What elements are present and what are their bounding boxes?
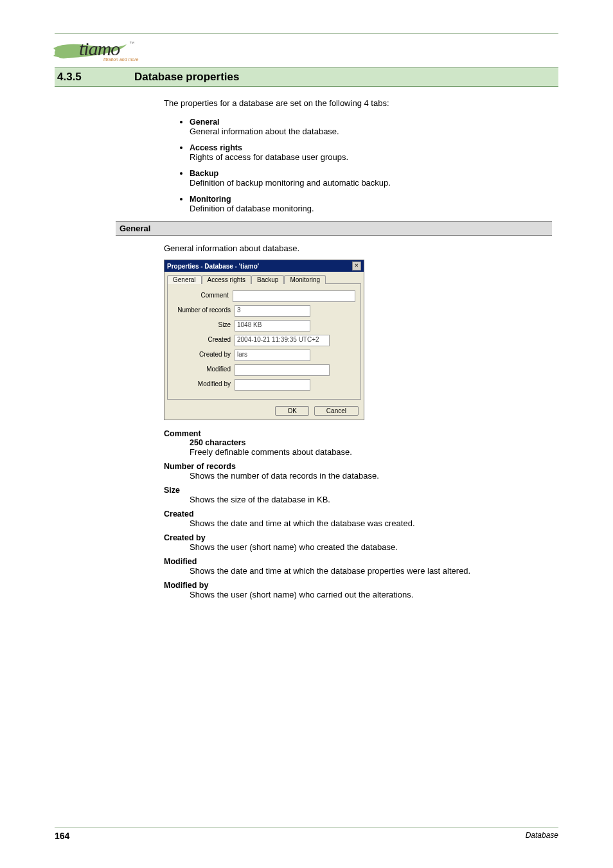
bullet-title: General [190,118,220,127]
def-body: Shows the number of data records in the … [190,471,552,481]
createdby-field: lars [235,350,310,361]
tab-overview-list: General General information about the da… [164,117,552,213]
body-column: The properties for a database are set on… [164,98,552,213]
list-item: Backup Definition of backup monitoring a… [190,168,552,188]
dialog-title-text: Properties - Database - 'tiamo' [167,263,259,270]
bullet-title: Backup [190,169,218,178]
list-item: General General information about the da… [190,117,552,136]
top-rule [55,33,558,34]
section-title: Database properties [134,71,239,84]
def-modified: Modified Shows the date and time at whic… [164,557,552,576]
def-body: Shows the date and time at which the dat… [190,566,552,576]
def-size: Size Shows the size of the database in K… [164,486,552,504]
subsection-intro: General information about database. [164,244,552,253]
section-heading-bar: 4.3.5 Database properties [55,67,558,87]
def-term: Modified [164,557,552,566]
logo: tiamo ™ titration and more [52,38,558,66]
numrecords-label: Number of records [173,305,235,314]
createdby-label: Created by [173,350,235,358]
properties-dialog: Properties - Database - 'tiamo' × Genera… [164,260,364,420]
def-term: Comment [164,429,552,438]
subsection-heading: General [116,221,552,236]
def-created: Created Shows the date and time at which… [164,509,552,528]
bullet-desc: Rights of access for database user group… [190,152,552,162]
bullet-desc: General information about the database. [190,127,552,136]
bullet-desc: Definition of backup monitoring and auto… [190,178,552,188]
def-subterm: 250 characters [190,438,552,447]
list-item: Access rights Rights of access for datab… [190,143,552,162]
def-body: Shows the date and time at which the dat… [190,518,552,528]
svg-point-0 [55,47,73,58]
bullet-desc: Definition of database monitoring. [190,204,552,213]
section-number: 4.3.5 [55,71,134,84]
def-body: Freely definable comments about database… [190,447,552,457]
def-comment: Comment 250 characters Freely definable … [164,429,552,457]
def-term: Size [164,486,552,495]
page: tiamo ™ titration and more 4.3.5 Databas… [0,0,613,868]
tab-monitoring[interactable]: Monitoring [284,275,326,284]
def-term: Number of records [164,462,552,471]
created-label: Created [173,335,235,343]
tab-general[interactable]: General [167,275,202,284]
def-term: Modified by [164,581,552,590]
logo-tm: ™ [129,40,134,46]
dialog-button-row: OK Cancel [164,403,364,420]
comment-label: Comment [173,290,233,299]
def-createdby: Created by Shows the user (short name) w… [164,533,552,552]
size-field: 1048 KB [235,320,310,332]
logo-subtitle: titration and more [103,57,138,62]
modified-label: Modified [173,364,235,373]
size-label: Size [173,320,235,328]
dialog-tabs: General Access rights Backup Monitoring [164,272,364,283]
def-body: Shows the user (short name) who carried … [190,590,552,599]
subsection-body: General information about database. Prop… [164,244,552,599]
tab-access-rights[interactable]: Access rights [202,275,251,284]
bullet-title: Monitoring [190,195,231,204]
def-term: Created by [164,533,552,542]
footer-section: Database [526,831,558,841]
modified-field [235,364,330,376]
cancel-button[interactable]: Cancel [314,406,359,416]
list-item: Monitoring Definition of database monito… [190,194,552,213]
modifiedby-field [235,379,310,391]
def-modifiedby: Modified by Shows the user (short name) … [164,581,552,599]
bullet-title: Access rights [190,143,242,152]
modifiedby-label: Modified by [173,379,235,387]
created-field: 2004-10-21 11:39:35 UTC+2 [235,335,330,346]
page-number: 164 [55,831,69,841]
logo-text: tiamo [79,38,120,60]
dialog-titlebar: Properties - Database - 'tiamo' × [164,260,364,272]
def-body: Shows the size of the database in KB. [190,495,552,504]
tab-backup[interactable]: Backup [251,275,284,284]
def-body: Shows the user (short name) who created … [190,542,552,552]
def-term: Created [164,509,552,518]
ok-button[interactable]: OK [275,406,308,416]
intro-text: The properties for a database are set on… [164,98,552,108]
comment-field[interactable] [233,290,355,302]
page-footer: 164 Database [55,828,558,841]
numrecords-field: 3 [235,305,310,317]
tab-panel-general: Comment Number of records 3 Size 1048 KB… [167,283,361,400]
close-icon[interactable]: × [352,261,361,270]
def-numrecords: Number of records Shows the number of da… [164,462,552,481]
